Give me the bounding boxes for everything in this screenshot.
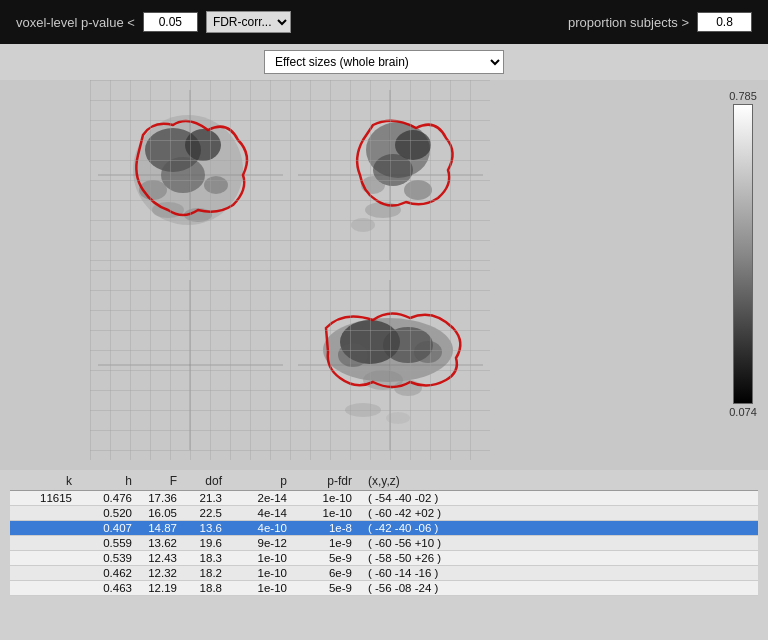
cell-pfdr: 5e-9: [295, 552, 360, 564]
fdr-select[interactable]: FDR-corr...: [206, 11, 291, 33]
col-header-F: F: [140, 474, 185, 488]
table-row[interactable]: 0.539 12.43 18.3 1e-10 5e-9 ( -58 -50 +2…: [10, 551, 758, 566]
cell-dof: 18.3: [185, 552, 230, 564]
table-row[interactable]: 0.462 12.32 18.2 1e-10 6e-9 ( -60 -14 -1…: [10, 566, 758, 581]
cell-p: 2e-14: [230, 492, 295, 504]
table-area: k h F dof p p-fdr (x,y,z) 11615 0.476 17…: [0, 470, 768, 640]
cell-dof: 21.3: [185, 492, 230, 504]
table-row[interactable]: 0.520 16.05 22.5 4e-14 1e-10 ( -60 -42 +…: [10, 506, 758, 521]
cell-p: 9e-12: [230, 537, 295, 549]
cell-p: 1e-10: [230, 567, 295, 579]
col-header-xyz: (x,y,z): [360, 474, 540, 488]
colorbar: 0.785 0.074: [728, 90, 758, 430]
svg-point-5: [161, 157, 205, 193]
cell-xyz: ( -60 -42 +02 ): [360, 507, 540, 519]
cell-h: 0.407: [80, 522, 140, 534]
cell-k: [10, 522, 80, 534]
col-header-k: k: [10, 474, 80, 488]
cell-dof: 13.6: [185, 522, 230, 534]
table-row[interactable]: 0.463 12.19 18.8 1e-10 5e-9 ( -56 -08 -2…: [10, 581, 758, 596]
col-header-dof: dof: [185, 474, 230, 488]
pvalue-label: voxel-level p-value <: [16, 15, 135, 30]
brain-area: 0.785 0.074: [0, 80, 768, 470]
cell-h: 0.462: [80, 567, 140, 579]
cell-pfdr: 1e-10: [295, 492, 360, 504]
cell-F: 13.62: [140, 537, 185, 549]
cell-F: 17.36: [140, 492, 185, 504]
cell-h: 0.559: [80, 537, 140, 549]
cell-h: 0.539: [80, 552, 140, 564]
svg-point-27: [414, 341, 442, 363]
svg-point-16: [404, 180, 432, 200]
col-header-p: p: [230, 474, 295, 488]
cell-pfdr: 1e-8: [295, 522, 360, 534]
brain-panel-bottomright[interactable]: [290, 270, 490, 460]
cell-F: 12.43: [140, 552, 185, 564]
cell-p: 1e-10: [230, 552, 295, 564]
table-scroll[interactable]: 11615 0.476 17.36 21.3 2e-14 1e-10 ( -54…: [10, 491, 758, 640]
view-selector-row: Effect sizes (whole brain): [0, 44, 768, 80]
cell-k: [10, 582, 80, 594]
col-header-h: h: [80, 474, 140, 488]
table-row[interactable]: 0.559 13.62 19.6 9e-12 1e-9 ( -60 -56 +1…: [10, 536, 758, 551]
cell-p: 4e-10: [230, 522, 295, 534]
cell-xyz: ( -56 -08 -24 ): [360, 582, 540, 594]
cell-F: 12.32: [140, 567, 185, 579]
cell-xyz: ( -60 -56 +10 ): [360, 537, 540, 549]
table-header: k h F dof p p-fdr (x,y,z): [10, 470, 758, 491]
svg-point-30: [345, 403, 381, 417]
cell-h: 0.476: [80, 492, 140, 504]
table-row[interactable]: 0.407 14.87 13.6 4e-10 1e-8 ( -42 -40 -0…: [10, 521, 758, 536]
svg-point-31: [386, 412, 410, 424]
cell-p: 4e-14: [230, 507, 295, 519]
svg-point-18: [351, 218, 375, 232]
cell-F: 12.19: [140, 582, 185, 594]
cell-pfdr: 1e-10: [295, 507, 360, 519]
cell-dof: 22.5: [185, 507, 230, 519]
svg-point-26: [338, 343, 368, 367]
table-row[interactable]: 11615 0.476 17.36 21.3 2e-14 1e-10 ( -54…: [10, 491, 758, 506]
svg-point-4: [185, 129, 221, 161]
colorbar-min-label: 0.074: [729, 406, 757, 418]
cell-F: 16.05: [140, 507, 185, 519]
cell-k: [10, 537, 80, 549]
view-selector[interactable]: Effect sizes (whole brain): [264, 50, 504, 74]
cell-dof: 19.6: [185, 537, 230, 549]
brain-panel-topleft[interactable]: [90, 80, 290, 270]
brain-views: [90, 80, 490, 460]
colorbar-gradient: [733, 104, 753, 404]
colorbar-max-label: 0.785: [729, 90, 757, 102]
cell-k: 11615: [10, 492, 80, 504]
cell-pfdr: 6e-9: [295, 567, 360, 579]
cell-xyz: ( -42 -40 -06 ): [360, 522, 540, 534]
proportion-label: proportion subjects >: [568, 15, 689, 30]
cell-dof: 18.2: [185, 567, 230, 579]
proportion-input[interactable]: [697, 12, 752, 32]
cell-k: [10, 567, 80, 579]
cell-h: 0.520: [80, 507, 140, 519]
col-header-pfdr: p-fdr: [295, 474, 360, 488]
cell-xyz: ( -54 -40 -02 ): [360, 492, 540, 504]
cell-xyz: ( -60 -14 -16 ): [360, 567, 540, 579]
main-area: Effect sizes (whole brain): [0, 44, 768, 640]
cell-xyz: ( -58 -50 +26 ): [360, 552, 540, 564]
cell-k: [10, 507, 80, 519]
brain-panel-topright[interactable]: [290, 80, 490, 270]
cell-pfdr: 1e-9: [295, 537, 360, 549]
svg-point-15: [361, 176, 385, 194]
cell-h: 0.463: [80, 582, 140, 594]
cell-F: 14.87: [140, 522, 185, 534]
cell-pfdr: 5e-9: [295, 582, 360, 594]
cell-k: [10, 552, 80, 564]
toolbar: voxel-level p-value < FDR-corr... propor…: [0, 0, 768, 44]
brain-panel-bottomleft[interactable]: [90, 270, 290, 460]
cell-p: 1e-10: [230, 582, 295, 594]
cell-dof: 18.8: [185, 582, 230, 594]
svg-point-7: [204, 176, 228, 194]
pvalue-input[interactable]: [143, 12, 198, 32]
